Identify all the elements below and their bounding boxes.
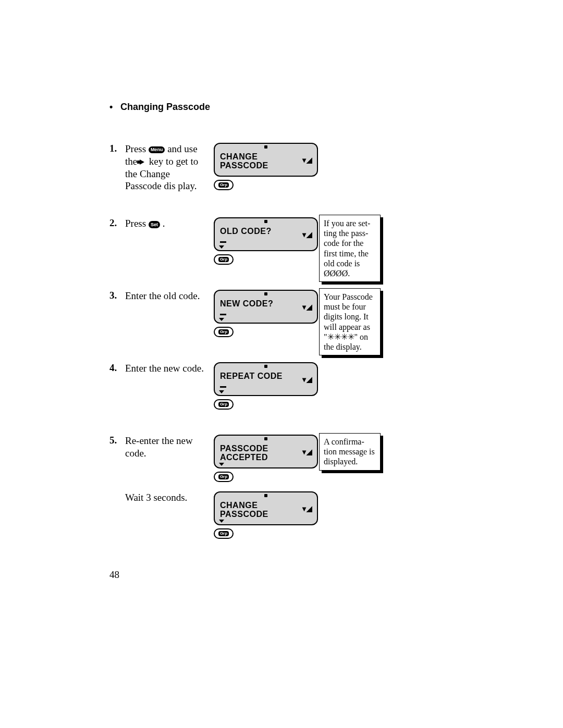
step-1: 1. Press Menu and use the key to get to … [109, 143, 454, 192]
screen-line1: CHANGE [220, 153, 312, 162]
screen-dot-icon [264, 494, 267, 497]
step-instruction: Press Menu and use the key to get to the… [125, 143, 214, 192]
arrow-down-icon [219, 520, 224, 523]
screen-column: ▾◢ REPEAT CODE Grp [214, 362, 326, 410]
lcd-screen: ▾◢ CHANGE PASSCODE [214, 143, 318, 177]
grp-button: Grp [214, 327, 234, 337]
screen-column: ▾◢ NEW CODE? Grp [214, 290, 326, 337]
screen-dot-icon [264, 220, 267, 223]
cursor-icon [220, 241, 226, 243]
step-instruction: Enter the old code. [125, 290, 214, 302]
screen-dot-icon [264, 292, 267, 295]
section-title: • Changing Passcode [109, 102, 454, 113]
screen-dot-icon [264, 437, 267, 440]
screen-column: ▾◢ CHANGE PASSCODE Grp [214, 143, 326, 190]
signal-icon: ▾◢ [302, 504, 312, 512]
signal-icon: ▾◢ [302, 156, 312, 164]
step-instruction: Re-enter the new code. [125, 435, 214, 460]
screen-line1: CHANGE [220, 501, 312, 510]
screen-dot-icon [264, 365, 267, 368]
note-box: A confirma- tion message is displayed. [319, 433, 381, 471]
lcd-screen: ▾◢ CHANGE PASSCODE [214, 491, 318, 525]
screen-column: ▾◢ OLD CODE? Grp [214, 217, 326, 265]
screen-line1: OLD CODE? [220, 227, 312, 236]
step-number: 1. [109, 143, 125, 154]
step-instruction: Press Set . [125, 217, 214, 230]
cursor-icon [220, 386, 226, 388]
note-box: Your Passcode must be four digits long. … [319, 288, 381, 355]
bullet-icon: • [109, 102, 118, 113]
lcd-screen: ▾◢ OLD CODE? [214, 217, 318, 251]
step-number: 5. [109, 435, 125, 446]
screen-dot-icon [264, 145, 267, 149]
signal-icon: ▾◢ [302, 448, 312, 455]
menu-icon: Menu [149, 146, 165, 153]
signal-icon: ▾◢ [302, 230, 312, 238]
cursor-icon [220, 314, 226, 315]
screen-line1: PASSCODE [220, 445, 312, 453]
step-number: 2. [109, 217, 125, 229]
step-4: 4. Enter the new code. ▾◢ REPEAT CODE Gr… [109, 362, 454, 410]
step-instruction: Enter the new code. [125, 362, 214, 375]
set-icon: Set [149, 221, 160, 228]
step-number: 3. [109, 290, 125, 301]
arrow-right-icon [140, 159, 144, 165]
screen-column: ▾◢ PASSCODE ACCEPTED Grp [214, 435, 326, 482]
grp-button: Grp [214, 472, 234, 482]
page-number: 48 [109, 569, 119, 581]
arrow-down-icon [219, 245, 224, 249]
signal-icon: ▾◢ [302, 303, 312, 311]
lcd-screen: ▾◢ NEW CODE? [214, 290, 318, 324]
arrow-down-icon [219, 318, 224, 321]
lcd-screen: ▾◢ PASSCODE ACCEPTED [214, 435, 318, 468]
step-2: 2. Press Set . ▾◢ OLD CODE? Grp If you a… [109, 217, 454, 265]
screen-column: ▾◢ CHANGE PASSCODE Grp [214, 491, 326, 539]
grp-button: Grp [214, 528, 234, 539]
grp-button: Grp [214, 180, 234, 190]
screen-line2: PASSCODE [220, 510, 312, 519]
lcd-screen: ▾◢ REPEAT CODE [214, 362, 318, 396]
arrow-down-icon [219, 390, 224, 393]
step-instruction: Wait 3 seconds. [125, 491, 214, 504]
screen-line1: REPEAT CODE [220, 372, 312, 381]
page-content: • Changing Passcode 1. Press Menu and us… [109, 102, 454, 539]
screen-line1: NEW CODE? [220, 300, 312, 309]
step-number: 4. [109, 362, 125, 374]
note-box: If you are set- ting the pass- code for … [319, 215, 381, 282]
step-wait: Wait 3 seconds. ▾◢ CHANGE PASSCODE Grp [109, 491, 454, 539]
step-5: 5. Re-enter the new code. ▾◢ PASSCODE AC… [109, 435, 454, 482]
screen-line2: PASSCODE [220, 162, 312, 170]
title-text: Changing Passcode [120, 102, 210, 112]
arrow-down-icon [219, 463, 224, 466]
screen-line2: ACCEPTED [220, 453, 312, 462]
grp-button: Grp [214, 399, 234, 410]
signal-icon: ▾◢ [302, 375, 312, 383]
grp-button: Grp [214, 254, 234, 265]
steps-list: 1. Press Menu and use the key to get to … [109, 143, 454, 539]
step-3: 3. Enter the old code. ▾◢ NEW CODE? Grp … [109, 290, 454, 337]
